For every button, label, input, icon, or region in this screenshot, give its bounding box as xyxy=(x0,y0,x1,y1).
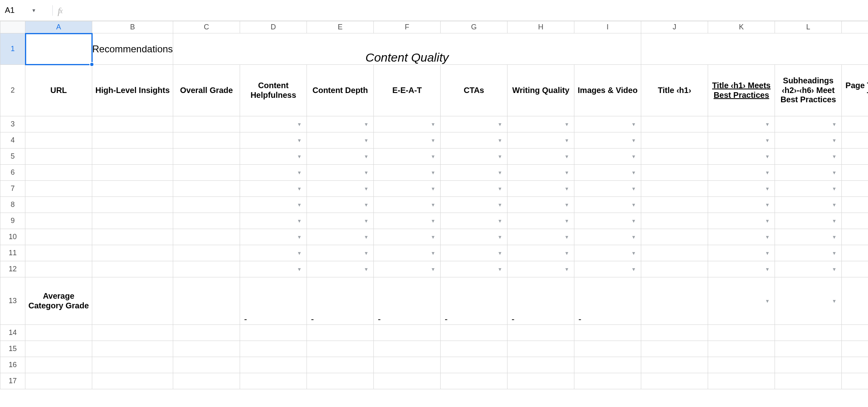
cell-C14[interactable] xyxy=(173,325,240,341)
chevron-down-icon[interactable]: ▼ xyxy=(765,170,770,176)
cell-D14[interactable] xyxy=(240,325,307,341)
cell-M11[interactable] xyxy=(842,245,868,261)
cell-E17[interactable] xyxy=(307,373,374,389)
cell-A7[interactable] xyxy=(25,181,92,197)
cell-L10[interactable]: ▼ xyxy=(775,229,842,245)
row-header-4[interactable]: 4 xyxy=(0,132,25,149)
cell-L2[interactable]: Subheadings ‹h2›-‹h6› Meet Best Practice… xyxy=(775,65,842,116)
chevron-down-icon[interactable]: ▼ xyxy=(564,186,569,192)
cell-A17[interactable] xyxy=(25,373,92,389)
cell-K9[interactable]: ▼ xyxy=(708,213,775,229)
chevron-down-icon[interactable]: ▼ xyxy=(765,267,770,272)
cell-M13[interactable] xyxy=(842,277,868,325)
cell-L5[interactable]: ▼ xyxy=(775,149,842,165)
cell-I14[interactable] xyxy=(574,325,641,341)
row-header-13[interactable]: 13 xyxy=(0,277,25,325)
cell-C8[interactable] xyxy=(173,197,240,213)
cell-F9[interactable]: ▼ xyxy=(374,213,441,229)
cell-M9[interactable] xyxy=(842,213,868,229)
chevron-down-icon[interactable]: ▼ xyxy=(431,122,435,127)
cell-E4[interactable]: ▼ xyxy=(307,132,374,149)
cell-D17[interactable] xyxy=(240,373,307,389)
chevron-down-icon[interactable]: ▼ xyxy=(297,267,302,272)
cell-H6[interactable]: ▼ xyxy=(508,165,574,181)
name-box-input[interactable] xyxy=(5,5,29,16)
cell-I8[interactable]: ▼ xyxy=(574,197,641,213)
row-header-15[interactable]: 15 xyxy=(0,341,25,357)
cell-F13[interactable]: - xyxy=(374,277,441,325)
chevron-down-icon[interactable]: ▼ xyxy=(297,138,302,143)
cell-B17[interactable] xyxy=(92,373,173,389)
chevron-down-icon[interactable]: ▼ xyxy=(497,234,502,240)
cell-G14[interactable] xyxy=(441,325,508,341)
cell-H4[interactable]: ▼ xyxy=(508,132,574,149)
cell-A2[interactable]: URL xyxy=(25,65,92,116)
cell-B15[interactable] xyxy=(92,341,173,357)
col-header-G[interactable]: G xyxy=(441,21,508,33)
cell-F15[interactable] xyxy=(374,341,441,357)
fill-handle[interactable] xyxy=(89,62,94,67)
chevron-down-icon[interactable]: ▼ xyxy=(431,267,435,272)
cell-I5[interactable]: ▼ xyxy=(574,149,641,165)
chevron-down-icon[interactable]: ▼ xyxy=(765,138,770,143)
cell-I4[interactable]: ▼ xyxy=(574,132,641,149)
col-header-J[interactable]: J xyxy=(641,21,708,33)
col-header-B[interactable]: B xyxy=(92,21,173,33)
chevron-down-icon[interactable]: ▼ xyxy=(31,8,36,13)
cell-H10[interactable]: ▼ xyxy=(508,229,574,245)
cell-J15[interactable] xyxy=(641,341,708,357)
cell-M4[interactable] xyxy=(842,132,868,149)
cell-J14[interactable] xyxy=(641,325,708,341)
cell-G11[interactable]: ▼ xyxy=(441,245,508,261)
cell-J9[interactable] xyxy=(641,213,708,229)
cell-F16[interactable] xyxy=(374,357,441,373)
row-header-3[interactable]: 3 xyxy=(0,116,25,132)
cell-I11[interactable]: ▼ xyxy=(574,245,641,261)
cell-M17[interactable] xyxy=(842,373,868,389)
cell-A5[interactable] xyxy=(25,149,92,165)
cell-C16[interactable] xyxy=(173,357,240,373)
chevron-down-icon[interactable]: ▼ xyxy=(497,250,502,256)
cell-A9[interactable] xyxy=(25,213,92,229)
cell-H7[interactable]: ▼ xyxy=(508,181,574,197)
cell-J5[interactable] xyxy=(641,149,708,165)
cell-C13[interactable] xyxy=(173,277,240,325)
cell-L13[interactable]: ▼ xyxy=(775,277,842,325)
cell-H8[interactable]: ▼ xyxy=(508,197,574,213)
chevron-down-icon[interactable]: ▼ xyxy=(564,138,569,143)
col-header-C[interactable]: C xyxy=(173,21,240,33)
cell-F6[interactable]: ▼ xyxy=(374,165,441,181)
col-header-K[interactable]: K xyxy=(708,21,775,33)
cell-E14[interactable] xyxy=(307,325,374,341)
cell-E8[interactable]: ▼ xyxy=(307,197,374,213)
cell-L6[interactable]: ▼ xyxy=(775,165,842,181)
cell-D6[interactable]: ▼ xyxy=(240,165,307,181)
cell-B13[interactable] xyxy=(92,277,173,325)
chevron-down-icon[interactable]: ▼ xyxy=(364,234,369,240)
cell-C9[interactable] xyxy=(173,213,240,229)
cell-M6[interactable] xyxy=(842,165,868,181)
cell-F12[interactable]: ▼ xyxy=(374,261,441,277)
chevron-down-icon[interactable]: ▼ xyxy=(564,234,569,240)
chevron-down-icon[interactable]: ▼ xyxy=(564,218,569,224)
cell-I15[interactable] xyxy=(574,341,641,357)
cell-H5[interactable]: ▼ xyxy=(508,149,574,165)
cell-I3[interactable]: ▼ xyxy=(574,116,641,132)
chevron-down-icon[interactable]: ▼ xyxy=(631,154,636,159)
cell-I6[interactable]: ▼ xyxy=(574,165,641,181)
cell-B3[interactable] xyxy=(92,116,173,132)
row-header-10[interactable]: 10 xyxy=(0,229,25,245)
cell-G5[interactable]: ▼ xyxy=(441,149,508,165)
row-header-8[interactable]: 8 xyxy=(0,197,25,213)
chevron-down-icon[interactable]: ▼ xyxy=(364,267,369,272)
cell-E9[interactable]: ▼ xyxy=(307,213,374,229)
chevron-down-icon[interactable]: ▼ xyxy=(431,250,435,256)
cell-C1-merged[interactable]: Content Quality xyxy=(173,33,641,65)
cell-J11[interactable] xyxy=(641,245,708,261)
cell-L7[interactable]: ▼ xyxy=(775,181,842,197)
chevron-down-icon[interactable]: ▼ xyxy=(631,138,636,143)
cell-J3[interactable] xyxy=(641,116,708,132)
cell-K5[interactable]: ▼ xyxy=(708,149,775,165)
chevron-down-icon[interactable]: ▼ xyxy=(297,250,302,256)
cell-A15[interactable] xyxy=(25,341,92,357)
